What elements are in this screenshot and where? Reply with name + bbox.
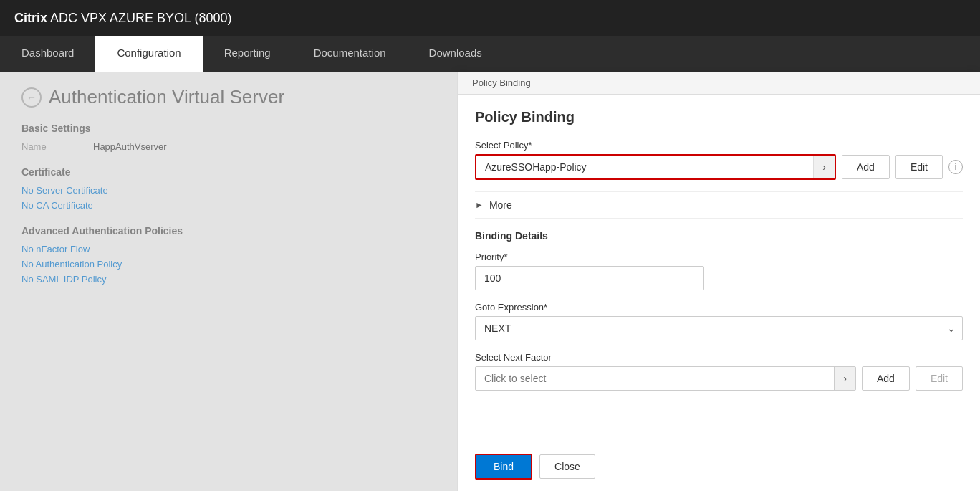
select-policy-label: Select Policy*	[475, 140, 963, 151]
more-label: More	[489, 199, 512, 211]
nfactor-flow-link[interactable]: No nFactor Flow	[21, 244, 436, 254]
bind-button[interactable]: Bind	[475, 454, 532, 480]
binding-details-title: Binding Details	[475, 230, 963, 242]
nav-downloads[interactable]: Downloads	[408, 36, 504, 72]
saml-idp-label: SAML IDP Policy	[36, 274, 106, 285]
select-next-factor-label: Select Next Factor	[475, 352, 963, 363]
next-factor-input-group: ›	[475, 366, 856, 391]
basic-settings-title: Basic Settings	[21, 123, 436, 134]
app-title: Citrix ADC VPX AZURE BYOL (8000)	[14, 11, 231, 26]
server-cert-link[interactable]: No Server Certificate	[21, 185, 436, 196]
info-icon[interactable]: i	[948, 160, 963, 174]
advanced-auth-title: Advanced Authentication Policies	[21, 225, 436, 237]
server-cert-label: Server Certificate	[36, 185, 107, 196]
more-row[interactable]: ► More	[475, 191, 963, 219]
next-factor-input[interactable]	[476, 367, 834, 390]
no-prefix-1: No	[21, 185, 34, 196]
close-button[interactable]: Close	[539, 454, 595, 479]
priority-input[interactable]	[475, 266, 704, 290]
goto-expr-select[interactable]: NEXT END USE_INVOCATION_RESULT	[475, 316, 963, 340]
page-title: Authentication Virtual Server	[49, 86, 284, 108]
app-subtitle: ADC VPX AZURE BYOL (8000)	[47, 11, 231, 25]
goto-expr-select-wrapper: NEXT END USE_INVOCATION_RESULT ⌄	[475, 316, 963, 340]
goto-expr-label: Goto Expression*	[475, 302, 963, 313]
nav-reporting[interactable]: Reporting	[203, 36, 292, 72]
ca-cert-link[interactable]: No CA Certificate	[21, 200, 436, 211]
name-row: Name HappAuthVserver	[21, 141, 436, 152]
certificate-title: Certificate	[21, 166, 436, 178]
panel-title: Policy Binding	[475, 109, 963, 125]
auth-policy-label: Authentication Policy	[36, 259, 123, 270]
next-factor-arrow-btn[interactable]: ›	[834, 367, 855, 390]
nav-configuration[interactable]: Configuration	[95, 36, 202, 72]
name-value: HappAuthVserver	[93, 141, 167, 152]
select-policy-arrow-btn[interactable]: ›	[813, 156, 835, 178]
saml-idp-link[interactable]: No SAML IDP Policy	[21, 274, 436, 285]
add-next-factor-button[interactable]: Add	[862, 366, 910, 391]
right-panel: Policy Binding Policy Binding Select Pol…	[457, 72, 980, 491]
auth-policy-link[interactable]: No Authentication Policy	[21, 259, 436, 270]
main-container: ← Authentication Virtual Server Basic Se…	[0, 72, 980, 491]
select-policy-input[interactable]	[476, 156, 813, 178]
edit-next-factor-button: Edit	[916, 366, 963, 391]
panel-breadcrumb: Policy Binding	[458, 72, 980, 95]
add-policy-button[interactable]: Add	[842, 155, 890, 179]
no-prefix-2: No	[21, 200, 34, 211]
no-prefix-3: No	[21, 244, 34, 254]
main-nav: Dashboard Configuration Reporting Docume…	[0, 36, 980, 72]
no-prefix-4: No	[21, 259, 34, 270]
left-panel: ← Authentication Virtual Server Basic Se…	[0, 72, 457, 491]
panel-footer: Bind Close	[458, 442, 980, 491]
nfactor-flow-label: nFactor Flow	[36, 244, 90, 254]
more-chevron-icon: ►	[475, 200, 484, 210]
app-header: Citrix ADC VPX AZURE BYOL (8000)	[0, 0, 980, 36]
select-next-factor-row: › Add Edit	[475, 366, 963, 391]
edit-policy-button[interactable]: Edit	[895, 155, 943, 179]
ca-cert-label: CA Certificate	[36, 200, 92, 211]
back-button[interactable]: ←	[21, 87, 42, 108]
name-label: Name	[21, 141, 93, 152]
no-prefix-5: No	[21, 274, 34, 285]
select-policy-input-group: ›	[475, 154, 836, 180]
nav-dashboard[interactable]: Dashboard	[0, 36, 95, 72]
select-policy-row: › Add Edit i	[475, 154, 963, 180]
back-button-row: ← Authentication Virtual Server	[21, 86, 436, 108]
nav-documentation[interactable]: Documentation	[292, 36, 408, 72]
brand-name: Citrix	[14, 11, 47, 25]
priority-label: Priority*	[475, 252, 963, 262]
panel-body: Policy Binding Select Policy* › Add Edit…	[458, 95, 980, 442]
goto-expr-row: NEXT END USE_INVOCATION_RESULT ⌄	[475, 316, 963, 340]
